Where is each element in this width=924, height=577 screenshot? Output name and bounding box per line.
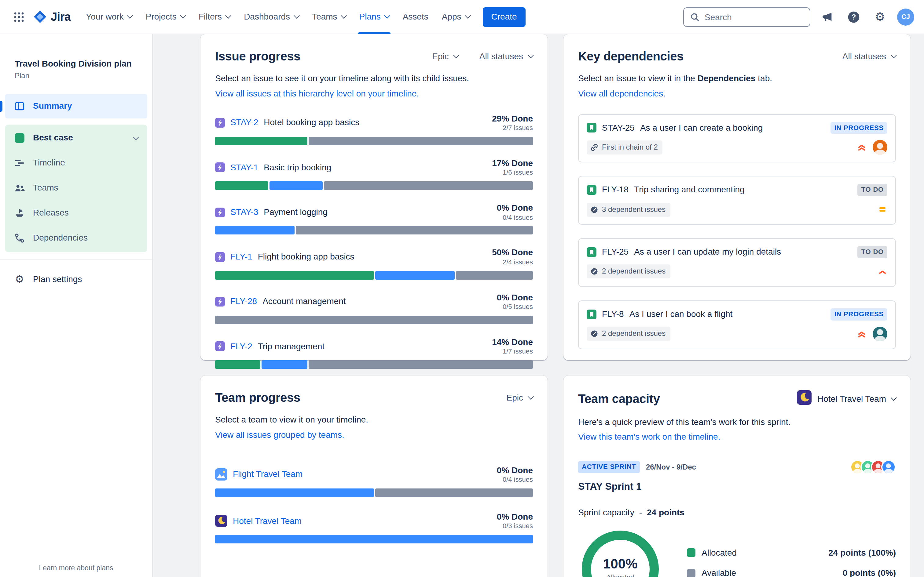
bar-inprogress-segment (270, 181, 323, 190)
card-title: Issue progress (215, 49, 300, 64)
issue-progress-row-fly-2: FLY-2 Trip management 14% Done 1/7 issue… (215, 337, 533, 369)
nav-item-label: Projects (146, 11, 177, 22)
assignee-avatar (873, 326, 887, 341)
issue-progress-bar[interactable] (215, 181, 533, 190)
team-issue-count: 0/3 issues (497, 522, 533, 531)
assignee-avatar (873, 140, 887, 155)
status-badge: IN PROGRESS (830, 122, 887, 134)
nav-item-plans[interactable]: Plans (353, 0, 396, 34)
help-icon[interactable]: ? (845, 8, 863, 26)
nav-item-assets[interactable]: Assets (396, 0, 435, 34)
selected-indicator (0, 100, 2, 111)
issue-key-link[interactable]: FLY-1 (230, 251, 252, 262)
dependency-meta-text: 3 dependent issues (602, 205, 666, 214)
team-stats: 0% Done 0/3 issues (497, 512, 533, 531)
team-name-link[interactable]: Hotel Travel Team (233, 516, 302, 526)
nav-item-filters[interactable]: Filters (192, 0, 237, 34)
dependency-summary: Trip sharing and commenting (634, 185, 852, 195)
priority-highest-icon (857, 143, 867, 152)
dependency-card-fly-8[interactable]: FLY-8 As I user I can book a flight IN P… (578, 300, 896, 349)
capacity-legend: Allocated 24 points (100%) Available 0 p… (687, 547, 896, 577)
team-selector-dropdown[interactable]: Hotel Travel Team (797, 390, 896, 408)
status-filter-value: All statuses (480, 51, 523, 62)
gear-icon: ⚙ (14, 274, 25, 285)
nav-item-apps[interactable]: Apps (435, 0, 477, 34)
announcements-megaphone-icon[interactable] (818, 8, 837, 26)
learn-more-link[interactable]: Learn more about plans (0, 563, 152, 572)
issue-progress-bar[interactable] (215, 137, 533, 145)
story-icon (587, 123, 596, 133)
issue-key-link[interactable]: STAY-2 (230, 118, 258, 128)
dependency-summary: As a user I can create a booking (640, 122, 825, 133)
nav-item-label: Filters (199, 11, 222, 22)
view-all-issues-link[interactable]: View all issues at this hierarchy level … (215, 88, 419, 99)
sidebar-item-releases[interactable]: Releases (5, 201, 147, 226)
capacity-donut-chart: 100% Allocated (582, 530, 659, 577)
status-filter-dropdown[interactable]: All statuses (480, 51, 533, 62)
nav-item-projects[interactable]: Projects (139, 0, 192, 34)
sprint-capacity-line: Sprint capacity - 24 points (578, 508, 896, 518)
issue-progress-bar[interactable] (215, 360, 533, 369)
dependency-card-fly-18[interactable]: FLY-18 Trip sharing and commenting TO DO… (578, 176, 896, 225)
issue-key-link[interactable]: FLY-2 (230, 341, 252, 352)
grid-dots-icon (13, 11, 24, 22)
bar-todo-segment (309, 137, 533, 145)
status-badge: IN PROGRESS (830, 308, 887, 321)
search-box[interactable] (683, 7, 810, 27)
view-all-dependencies-link[interactable]: View all dependencies. (578, 88, 666, 99)
issue-stats: 29% Done 2/7 issues (492, 113, 533, 132)
issue-stats: 0% Done 0/5 issues (497, 292, 533, 311)
issue-key-link[interactable]: STAY-1 (230, 162, 258, 173)
create-button[interactable]: Create (483, 7, 525, 27)
scenario-selector[interactable]: Best case (5, 126, 147, 150)
jira-logo[interactable]: Jira (33, 10, 71, 24)
nav-right-cluster: ? ⚙ CJ (683, 7, 914, 27)
team-progress-bar[interactable] (215, 535, 533, 543)
priority-high-icon (877, 267, 887, 277)
nav-item-label: Dashboards (244, 11, 290, 22)
card-description: Select an issue to view it in the Depend… (578, 73, 896, 84)
hierarchy-filter-dropdown[interactable]: Epic (432, 51, 458, 62)
user-avatar[interactable]: CJ (897, 8, 914, 25)
dependency-card-stay-25[interactable]: STAY-25 As a user I can create a booking… (578, 114, 896, 163)
epic-icon (215, 252, 225, 262)
bar-done-segment (215, 360, 261, 369)
sidebar-item-teams[interactable]: Teams (5, 176, 147, 201)
nav-item-dashboards[interactable]: Dashboards (237, 0, 305, 34)
hotel-travel-team-icon (797, 390, 812, 408)
sidebar-item-label: Releases (33, 208, 69, 219)
legend-swatch (687, 549, 695, 557)
sidebar-item-plan-settings[interactable]: ⚙ Plan settings (5, 267, 147, 292)
search-input[interactable] (704, 12, 804, 22)
sidebar-item-timeline[interactable]: Timeline (5, 150, 147, 176)
sidebar-item-dependencies[interactable]: Dependencies (5, 226, 147, 251)
hierarchy-filter-dropdown[interactable]: Epic (507, 393, 533, 403)
issue-key-link[interactable]: STAY-3 (230, 207, 258, 218)
sidebar-item-summary[interactable]: Summary (5, 94, 147, 118)
dependency-card-fly-25[interactable]: FLY-25 As a user I can update my login d… (578, 238, 896, 287)
nav-item-label: Apps (442, 11, 461, 22)
chevron-down-icon (465, 13, 471, 19)
nav-item-teams[interactable]: Teams (305, 0, 352, 34)
bar-inprogress-segment (375, 271, 455, 279)
settings-gear-icon[interactable]: ⚙ (871, 8, 889, 26)
view-issues-by-team-link[interactable]: View all issues grouped by teams. (215, 430, 344, 440)
issue-count: 1/7 issues (492, 348, 533, 356)
team-name-link[interactable]: Flight Travel Team (233, 469, 302, 480)
status-filter-dropdown[interactable]: All statuses (842, 51, 896, 62)
nav-item-your-work[interactable]: Your work (79, 0, 139, 34)
bar-todo-segment (456, 271, 533, 279)
chevron-down-icon (133, 134, 139, 140)
dependency-issue-key: FLY-18 (602, 185, 628, 195)
issue-progress-bar[interactable] (215, 226, 533, 235)
issue-key-link[interactable]: FLY-28 (230, 297, 257, 307)
view-team-timeline-link[interactable]: View this team's work on the timeline. (578, 432, 720, 442)
top-navigation-bar: Jira Your work Projects Filters Dashboar… (0, 0, 924, 34)
issue-progress-bar[interactable] (215, 271, 533, 279)
team-progress-bar[interactable] (215, 488, 533, 497)
issue-progress-bar[interactable] (215, 316, 533, 324)
legend-value: 0 points (0%) (843, 568, 896, 577)
app-switcher-icon[interactable] (10, 8, 28, 26)
priority-highest-icon (857, 329, 867, 338)
issue-done-percent: 14% Done (492, 337, 533, 348)
